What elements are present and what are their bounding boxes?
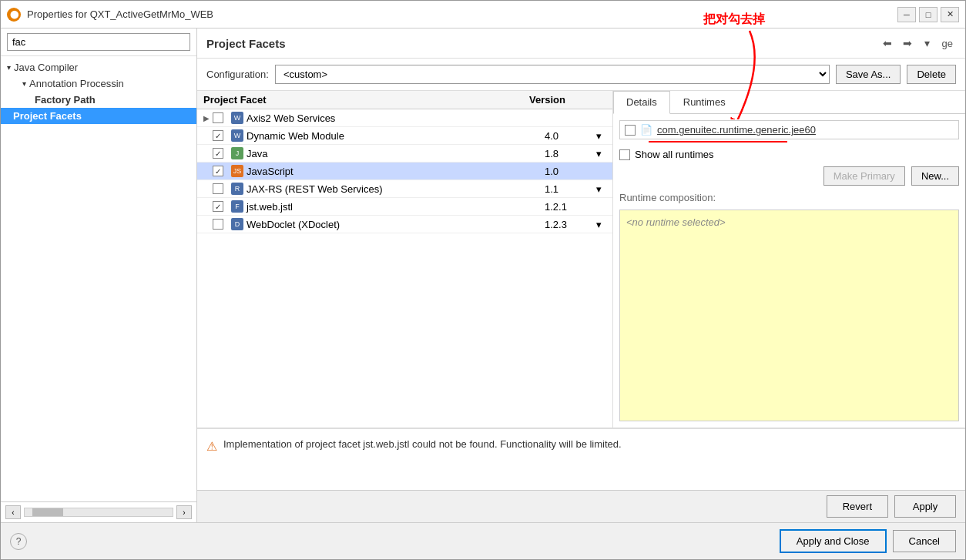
facet-version-java: 1.8: [545, 148, 591, 159]
facet-icon-java: J: [231, 147, 247, 159]
nav-forward-icon[interactable]: ➡: [899, 35, 916, 52]
col-version-header: Version: [529, 94, 591, 106]
main-content: ▾ Java Compiler ▾ Annotation Processin F…: [1, 29, 965, 522]
facet-dropdown-webdoclet[interactable]: ▾: [591, 219, 606, 230]
facets-list: Project Facet Version ▶ W: [197, 91, 613, 428]
facet-check-jstl[interactable]: [213, 201, 231, 212]
sidebar: ▾ Java Compiler ▾ Annotation Processin F…: [1, 29, 197, 522]
facet-check-java[interactable]: [213, 148, 231, 159]
checkbox-jaxrs[interactable]: [213, 183, 223, 194]
revert-button[interactable]: Revert: [827, 495, 888, 518]
col-name-header: Project Facet: [203, 94, 529, 106]
config-row: Configuration: <custom> Save As... Delet…: [197, 59, 965, 91]
checkbox-dynamic[interactable]: [213, 130, 223, 141]
facet-row-jstl[interactable]: ▶ F jst.web.jstl 1.2.1: [197, 198, 612, 216]
facet-check-jaxrs[interactable]: [213, 183, 231, 194]
details-tabs: Details Runtimes: [613, 91, 965, 114]
facet-check-axis2[interactable]: [213, 112, 231, 123]
main-window: 把对勾去掉 ⬤ Properties for QXT_ActiveGetMrMo…: [0, 0, 966, 560]
facet-check-dynamic[interactable]: [213, 130, 231, 141]
tab-runtimes[interactable]: Runtimes: [670, 91, 739, 113]
panel-title: Project Facets: [206, 37, 286, 50]
facet-check-webdoclet[interactable]: [213, 219, 231, 230]
runtime-item-label: com.genuitec.runtime.generic.jee60: [657, 124, 816, 136]
facet-row-dynamic-web[interactable]: ▶ W Dynamic Web Module 4.0 ▾: [197, 127, 612, 145]
expand-arrow-javascript: ▶: [203, 167, 210, 176]
warning-row: ⚠ Implementation of project facet jst.we…: [206, 438, 956, 454]
checkbox-webdoclet[interactable]: [213, 219, 223, 230]
save-as-button[interactable]: Save As...: [836, 65, 901, 84]
show-all-row: Show all runtimes: [619, 149, 959, 160]
sidebar-label-annotation: Annotation Processin: [29, 78, 124, 89]
app-icon: ⬤: [7, 8, 21, 22]
sidebar-item-annotation-processing[interactable]: ▾ Annotation Processin: [1, 75, 196, 92]
search-input[interactable]: [7, 33, 190, 51]
facet-version-javascript: 1.0: [545, 166, 591, 177]
new-button[interactable]: New...: [911, 166, 959, 186]
facet-label-jstl: jst.web.jstl: [247, 201, 545, 213]
facet-label-java: Java: [247, 148, 545, 159]
maximize-button[interactable]: □: [919, 7, 937, 22]
close-button[interactable]: ✕: [941, 7, 959, 22]
tab-details[interactable]: Details: [613, 91, 670, 114]
dropdown-icon[interactable]: ▾: [919, 35, 936, 52]
expand-arrow-java: ▶: [203, 149, 210, 158]
delete-button[interactable]: Delete: [907, 65, 956, 84]
facet-label-webdoclet: WebDoclet (XDoclet): [247, 219, 545, 230]
checkbox-java[interactable]: [213, 148, 223, 159]
sidebar-label-factory-path: Factory Path: [35, 94, 96, 106]
show-all-checkbox[interactable]: [619, 149, 630, 160]
expand-arrow-annotation: ▾: [22, 79, 26, 88]
window-title: Properties for QXT_ActiveGetMrMo_WEB: [27, 8, 897, 20]
sidebar-item-project-facets[interactable]: Project Facets: [1, 108, 196, 124]
config-select[interactable]: <custom>: [275, 65, 830, 84]
facet-version-dynamic: 4.0: [545, 130, 591, 142]
runtime-checkbox[interactable]: [625, 125, 636, 136]
ge-label: ge: [939, 38, 956, 49]
runtime-composition-label: Runtime composition:: [619, 192, 959, 203]
facets-table-header: Project Facet Version: [197, 91, 612, 109]
panel-header-icons: ⬅ ➡ ▾ ge: [879, 35, 956, 52]
apply-button[interactable]: Apply: [894, 495, 956, 518]
col-extra-header: [591, 94, 606, 106]
make-primary-button[interactable]: Make Primary: [823, 166, 905, 186]
facet-label-javascript: JavaScript: [247, 166, 545, 177]
bottom-bar: ? Apply and Close Cancel: [1, 522, 965, 559]
facet-row-webdoclet[interactable]: ▶ D WebDoclet (XDoclet) 1.2.3 ▾: [197, 216, 612, 233]
facet-version-jstl: 1.2.1: [545, 201, 591, 213]
facet-row-jaxrs[interactable]: ▶ R JAX-RS (REST Web Services) 1.1 ▾: [197, 180, 612, 198]
config-label: Configuration:: [206, 69, 269, 80]
sidebar-item-factory-path[interactable]: Factory Path: [1, 92, 196, 108]
minimize-button[interactable]: ─: [897, 7, 916, 22]
scroll-left-button[interactable]: ‹: [5, 505, 21, 519]
icon-java: J: [231, 147, 243, 159]
facet-icon-jstl: F: [231, 200, 247, 213]
facet-row-java[interactable]: ▶ J Java 1.8 ▾: [197, 145, 612, 163]
sidebar-item-java-compiler[interactable]: ▾ Java Compiler: [1, 59, 196, 75]
checkbox-axis2[interactable]: [213, 112, 223, 123]
facet-icon-dynamic: W: [231, 129, 247, 142]
expand-arrow-dynamic: ▶: [203, 132, 210, 140]
facet-icon-webdoclet: D: [231, 218, 247, 230]
facet-check-javascript[interactable]: [213, 166, 231, 176]
no-runtime-label: <no runtime selected>: [626, 216, 726, 228]
cancel-button[interactable]: Cancel: [893, 530, 956, 552]
warning-icon: ⚠: [206, 439, 217, 454]
checkbox-javascript[interactable]: [213, 166, 223, 176]
facet-dropdown-java[interactable]: ▾: [591, 148, 606, 159]
facet-icon-javascript: JS: [231, 165, 247, 177]
checkbox-jstl[interactable]: [213, 201, 223, 212]
details-buttons: Make Primary New...: [619, 166, 959, 186]
help-button[interactable]: ?: [10, 533, 27, 550]
nav-back-icon[interactable]: ⬅: [879, 35, 896, 52]
runtime-underline-bar: [649, 141, 787, 143]
facets-body: ▶ W Axis2 Web Services: [197, 109, 612, 428]
runtime-item-name: com.genuitec.runtime.generic.jee60: [657, 124, 816, 136]
facet-icon-jaxrs: R: [231, 183, 247, 195]
facet-dropdown-dynamic[interactable]: ▾: [591, 130, 606, 142]
apply-and-close-button[interactable]: Apply and Close: [780, 529, 887, 553]
facet-dropdown-jaxrs[interactable]: ▾: [591, 183, 606, 195]
facet-row-javascript[interactable]: ▶ JS JavaScript 1.0: [197, 163, 612, 180]
facet-row-axis2[interactable]: ▶ W Axis2 Web Services: [197, 109, 612, 127]
scroll-right-button[interactable]: ›: [176, 505, 192, 519]
